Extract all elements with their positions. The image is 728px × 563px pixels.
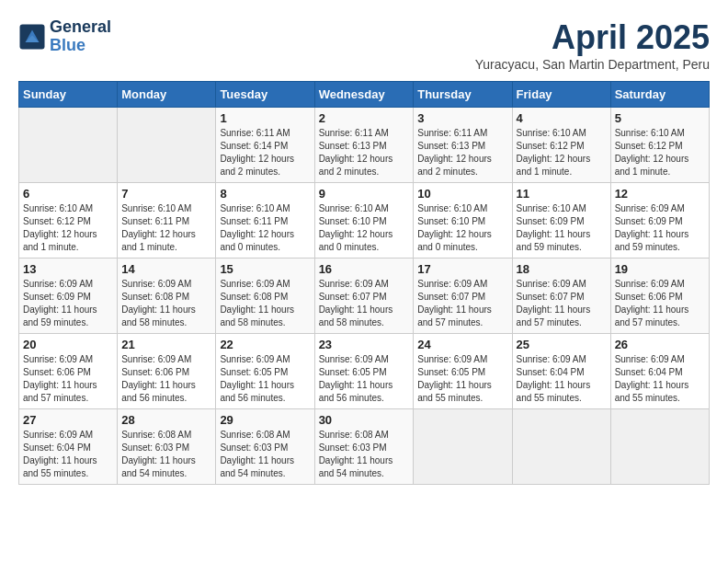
day-info: Sunrise: 6:08 AM Sunset: 6:03 PM Dayligh… (319, 429, 410, 480)
day-number: 16 (319, 262, 410, 276)
calendar-cell: 18Sunrise: 6:09 AM Sunset: 6:07 PM Dayli… (512, 259, 610, 334)
day-info: Sunrise: 6:10 AM Sunset: 6:10 PM Dayligh… (319, 202, 410, 254)
day-number: 20 (23, 338, 113, 351)
calendar-cell: 16Sunrise: 6:09 AM Sunset: 6:07 PM Dayli… (314, 259, 414, 334)
day-number: 26 (615, 338, 705, 351)
day-info: Sunrise: 6:09 AM Sunset: 6:08 PM Dayligh… (220, 278, 310, 329)
calendar-cell (610, 409, 709, 485)
calendar-subtitle: Yuracyacu, San Martin Department, Peru (475, 57, 710, 72)
day-header-tuesday: Tuesday (216, 82, 314, 108)
day-info: Sunrise: 6:10 AM Sunset: 6:11 PM Dayligh… (220, 202, 310, 254)
day-info: Sunrise: 6:09 AM Sunset: 6:07 PM Dayligh… (319, 278, 410, 329)
calendar-cell: 26Sunrise: 6:09 AM Sunset: 6:04 PM Dayli… (610, 334, 709, 409)
calendar-title: April 2025 (475, 18, 710, 57)
day-info: Sunrise: 6:10 AM Sunset: 6:10 PM Dayligh… (417, 202, 507, 254)
day-info: Sunrise: 6:09 AM Sunset: 6:04 PM Dayligh… (23, 429, 113, 480)
day-number: 10 (417, 187, 507, 201)
day-number: 30 (319, 413, 410, 427)
calendar-cell (19, 108, 118, 183)
calendar-cell: 19Sunrise: 6:09 AM Sunset: 6:06 PM Dayli… (610, 259, 709, 334)
day-info: Sunrise: 6:09 AM Sunset: 6:05 PM Dayligh… (319, 353, 410, 405)
day-info: Sunrise: 6:09 AM Sunset: 6:06 PM Dayligh… (121, 353, 211, 405)
day-number: 25 (517, 338, 607, 351)
day-number: 15 (220, 262, 310, 276)
day-number: 27 (23, 413, 113, 427)
calendar-cell: 2Sunrise: 6:11 AM Sunset: 6:13 PM Daylig… (314, 108, 414, 183)
calendar-cell: 29Sunrise: 6:08 AM Sunset: 6:03 PM Dayli… (216, 409, 314, 485)
day-info: Sunrise: 6:09 AM Sunset: 6:07 PM Dayligh… (517, 278, 607, 329)
day-info: Sunrise: 6:10 AM Sunset: 6:12 PM Dayligh… (23, 202, 113, 254)
calendar-cell: 4Sunrise: 6:10 AM Sunset: 6:12 PM Daylig… (512, 108, 610, 183)
day-number: 22 (220, 338, 310, 351)
day-info: Sunrise: 6:09 AM Sunset: 6:06 PM Dayligh… (615, 278, 705, 329)
calendar-cell: 20Sunrise: 6:09 AM Sunset: 6:06 PM Dayli… (19, 334, 118, 409)
calendar-week-5: 27Sunrise: 6:09 AM Sunset: 6:04 PM Dayli… (19, 409, 710, 485)
calendar-cell: 24Sunrise: 6:09 AM Sunset: 6:05 PM Dayli… (414, 334, 512, 409)
logo-text: GeneralBlue (50, 18, 111, 55)
calendar-body: 1Sunrise: 6:11 AM Sunset: 6:14 PM Daylig… (19, 108, 710, 485)
day-info: Sunrise: 6:11 AM Sunset: 6:13 PM Dayligh… (417, 127, 507, 178)
day-number: 3 (417, 111, 507, 125)
calendar-week-2: 6Sunrise: 6:10 AM Sunset: 6:12 PM Daylig… (19, 183, 710, 259)
day-info: Sunrise: 6:09 AM Sunset: 6:05 PM Dayligh… (417, 353, 507, 405)
day-number: 23 (319, 338, 410, 351)
day-number: 6 (23, 187, 113, 201)
day-number: 13 (23, 262, 113, 276)
day-number: 21 (121, 338, 211, 351)
calendar-table: SundayMondayTuesdayWednesdayThursdayFrid… (18, 81, 710, 485)
calendar-week-4: 20Sunrise: 6:09 AM Sunset: 6:06 PM Dayli… (19, 334, 710, 409)
title-area: April 2025 Yuracyacu, San Martin Departm… (475, 18, 710, 72)
calendar-cell: 28Sunrise: 6:08 AM Sunset: 6:03 PM Dayli… (118, 409, 216, 485)
day-info: Sunrise: 6:09 AM Sunset: 6:06 PM Dayligh… (23, 353, 113, 405)
calendar-cell (512, 409, 610, 485)
calendar-cell: 15Sunrise: 6:09 AM Sunset: 6:08 PM Dayli… (216, 259, 314, 334)
logo-icon (18, 23, 46, 51)
day-info: Sunrise: 6:11 AM Sunset: 6:13 PM Dayligh… (319, 127, 410, 178)
day-number: 11 (517, 187, 607, 201)
calendar-cell: 5Sunrise: 6:10 AM Sunset: 6:12 PM Daylig… (610, 108, 709, 183)
day-header-saturday: Saturday (610, 82, 709, 108)
day-number: 14 (121, 262, 211, 276)
calendar-cell (118, 108, 216, 183)
calendar-cell: 9Sunrise: 6:10 AM Sunset: 6:10 PM Daylig… (314, 183, 414, 259)
day-info: Sunrise: 6:10 AM Sunset: 6:12 PM Dayligh… (615, 127, 705, 178)
day-number: 2 (319, 111, 410, 125)
day-info: Sunrise: 6:09 AM Sunset: 6:04 PM Dayligh… (615, 353, 705, 405)
day-info: Sunrise: 6:10 AM Sunset: 6:12 PM Dayligh… (517, 127, 607, 178)
day-number: 7 (121, 187, 211, 201)
calendar-cell: 21Sunrise: 6:09 AM Sunset: 6:06 PM Dayli… (118, 334, 216, 409)
calendar-cell (414, 409, 512, 485)
day-number: 5 (615, 111, 705, 125)
day-info: Sunrise: 6:09 AM Sunset: 6:09 PM Dayligh… (615, 202, 705, 254)
day-header-wednesday: Wednesday (314, 82, 414, 108)
day-header-thursday: Thursday (414, 82, 512, 108)
calendar-cell: 10Sunrise: 6:10 AM Sunset: 6:10 PM Dayli… (414, 183, 512, 259)
day-number: 1 (220, 111, 310, 125)
day-header-monday: Monday (118, 82, 216, 108)
calendar-week-1: 1Sunrise: 6:11 AM Sunset: 6:14 PM Daylig… (19, 108, 710, 183)
calendar-cell: 23Sunrise: 6:09 AM Sunset: 6:05 PM Dayli… (314, 334, 414, 409)
calendar-cell: 14Sunrise: 6:09 AM Sunset: 6:08 PM Dayli… (118, 259, 216, 334)
calendar-cell: 30Sunrise: 6:08 AM Sunset: 6:03 PM Dayli… (314, 409, 414, 485)
day-info: Sunrise: 6:09 AM Sunset: 6:08 PM Dayligh… (121, 278, 211, 329)
day-info: Sunrise: 6:08 AM Sunset: 6:03 PM Dayligh… (220, 429, 310, 480)
day-info: Sunrise: 6:10 AM Sunset: 6:11 PM Dayligh… (121, 202, 211, 254)
day-number: 19 (615, 262, 705, 276)
calendar-cell: 27Sunrise: 6:09 AM Sunset: 6:04 PM Dayli… (19, 409, 118, 485)
day-header-sunday: Sunday (19, 82, 118, 108)
day-number: 12 (615, 187, 705, 201)
calendar-cell: 3Sunrise: 6:11 AM Sunset: 6:13 PM Daylig… (414, 108, 512, 183)
day-info: Sunrise: 6:09 AM Sunset: 6:07 PM Dayligh… (417, 278, 507, 329)
calendar-cell: 22Sunrise: 6:09 AM Sunset: 6:05 PM Dayli… (216, 334, 314, 409)
day-info: Sunrise: 6:08 AM Sunset: 6:03 PM Dayligh… (121, 429, 211, 480)
day-number: 9 (319, 187, 410, 201)
day-info: Sunrise: 6:09 AM Sunset: 6:09 PM Dayligh… (23, 278, 113, 329)
calendar-header-row: SundayMondayTuesdayWednesdayThursdayFrid… (19, 82, 710, 108)
day-header-friday: Friday (512, 82, 610, 108)
day-info: Sunrise: 6:09 AM Sunset: 6:04 PM Dayligh… (517, 353, 607, 405)
calendar-cell: 8Sunrise: 6:10 AM Sunset: 6:11 PM Daylig… (216, 183, 314, 259)
day-number: 17 (417, 262, 507, 276)
logo: GeneralBlue (18, 18, 111, 55)
day-info: Sunrise: 6:09 AM Sunset: 6:05 PM Dayligh… (220, 353, 310, 405)
header: GeneralBlue April 2025 Yuracyacu, San Ma… (18, 18, 710, 72)
